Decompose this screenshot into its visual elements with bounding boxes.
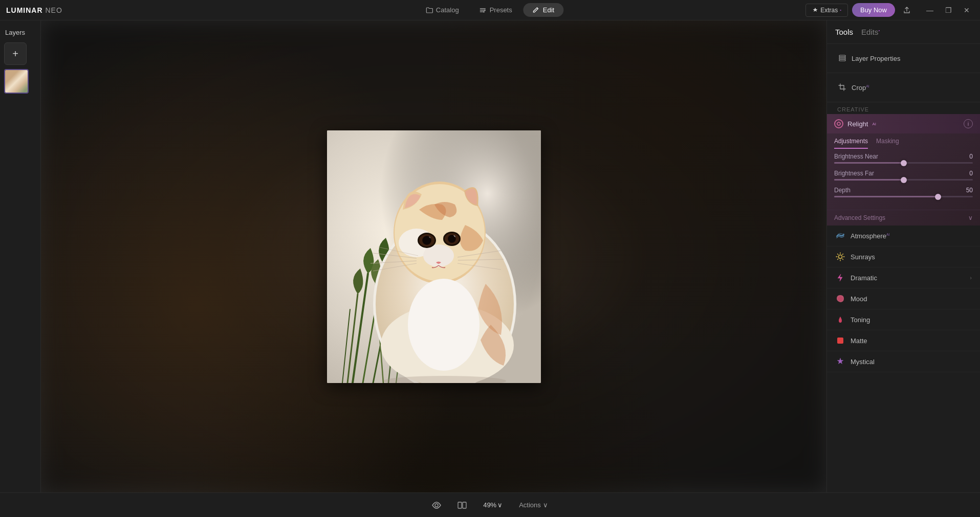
dramatic-icon (835, 273, 845, 283)
mystical-item[interactable]: Mystical (827, 351, 980, 372)
relight-header[interactable]: RelightAI i (827, 114, 980, 133)
matte-item[interactable]: Matte (827, 330, 980, 351)
logo-neo: NEO (45, 6, 62, 14)
brightness-far-fill (834, 179, 904, 181)
brightness-near-thumb[interactable] (901, 160, 907, 166)
crop-icon (837, 82, 847, 93)
share-button[interactable] (899, 5, 914, 16)
actions-label: Actions (519, 501, 541, 509)
depth-thumb[interactable] (935, 194, 941, 200)
creative-section-label: Creative (827, 102, 980, 114)
layer-properties-icon (837, 53, 847, 63)
tab-edits[interactable]: Edits• (861, 27, 880, 37)
zoom-chevron: ∨ (497, 501, 503, 509)
svg-rect-46 (458, 502, 462, 508)
svg-rect-39 (839, 59, 845, 61)
edit-icon (533, 7, 540, 14)
presets-icon (480, 7, 487, 14)
svg-point-28 (448, 235, 455, 242)
logo: LUMINAR NEO (6, 6, 62, 14)
cat-photo-svg (327, 130, 541, 383)
brightness-far-thumb[interactable] (901, 177, 907, 183)
maximize-button[interactable]: ❐ (941, 3, 955, 17)
mystical-icon (835, 356, 845, 367)
relight-tab-masking[interactable]: Masking (876, 138, 899, 149)
nav-catalog[interactable]: Catalog (417, 3, 468, 17)
relight-sun-icon (836, 121, 841, 126)
depth-label: Depth (834, 187, 851, 194)
buy-now-button[interactable]: Buy Now (852, 3, 895, 17)
brightness-near-track[interactable] (834, 162, 973, 164)
sunrays-icon (835, 252, 845, 262)
brightness-near-value: 0 (957, 153, 973, 160)
toning-label: Toning (851, 316, 870, 324)
depth-track[interactable] (834, 196, 973, 197)
view-toggle-button[interactable] (428, 499, 445, 512)
layer-properties-item[interactable]: Layer Properties (835, 49, 972, 68)
svg-point-37 (408, 279, 480, 371)
svg-point-1 (483, 11, 485, 12)
brightness-near-fill (834, 162, 904, 164)
brightness-far-slider-row: Brightness Far 0 (834, 170, 973, 181)
sunrays-item[interactable]: Sunrays (827, 246, 980, 267)
brightness-far-track[interactable] (834, 179, 973, 181)
mood-item[interactable]: Mood (827, 288, 980, 309)
matte-label: Matte (851, 337, 867, 345)
tab-tools[interactable]: Tools (835, 27, 853, 37)
svg-rect-41 (839, 55, 845, 57)
bottom-toolbar: 49% ∨ Actions ∨ (0, 492, 980, 517)
atmosphere-label: AtmosphereAI (851, 232, 890, 240)
toning-item[interactable]: Toning (827, 309, 980, 330)
close-button[interactable]: ✕ (960, 3, 974, 17)
photo-frame (327, 130, 541, 383)
advanced-settings-row[interactable]: Advanced Settings ∨ (827, 210, 980, 226)
compare-icon (458, 501, 467, 510)
crop-item[interactable]: CropAI (835, 78, 972, 97)
eye-icon (432, 501, 441, 510)
layers-title: Layers (4, 27, 36, 38)
brightness-near-label: Brightness Near (834, 153, 878, 160)
actions-button[interactable]: Actions ∨ (515, 499, 552, 511)
atmosphere-item[interactable]: AtmosphereAI (827, 226, 980, 246)
relight-tab-adjustments[interactable]: Adjustments (834, 138, 868, 149)
panel-content[interactable]: Layer Properties CropAI (827, 44, 980, 492)
crop-svg-icon (838, 83, 846, 92)
add-layer-button[interactable]: + (4, 42, 27, 65)
main-layout: Layers + (0, 20, 980, 492)
canvas-area[interactable] (41, 20, 826, 492)
compare-button[interactable] (453, 499, 471, 512)
relight-header-left: RelightAI (834, 119, 876, 128)
relight-sliders: Brightness Near 0 Brightness Far 0 (827, 149, 980, 210)
dramatic-item[interactable]: Dramatic › (827, 267, 980, 288)
sunrays-label: Sunrays (851, 253, 875, 261)
layers-icon (838, 54, 846, 62)
logo-text: LUMINAR NEO (6, 6, 62, 14)
dramatic-chevron: › (970, 275, 972, 281)
nav-edit[interactable]: Edit (524, 3, 563, 17)
relight-info-icon[interactable]: i (964, 119, 973, 128)
mood-icon (835, 294, 845, 304)
title-actions: Extras • Buy Now — ❐ ✕ (805, 3, 974, 17)
depth-slider-row: Depth 50 (834, 187, 973, 197)
relight-icon (834, 119, 843, 128)
mood-label: Mood (851, 295, 867, 303)
relight-tabs: Adjustments Masking (827, 133, 980, 149)
zoom-control[interactable]: 49% ∨ (479, 499, 507, 511)
atmosphere-icon (835, 231, 845, 241)
title-bar: LUMINAR NEO Catalog Presets Edit (0, 0, 980, 20)
right-panel: Tools Edits• Layer Properties (826, 20, 980, 492)
mystical-label: Mystical (851, 358, 875, 366)
advanced-settings-label: Advanced Settings (834, 214, 885, 221)
extras-button[interactable]: Extras • (805, 4, 848, 17)
minimize-button[interactable]: — (923, 3, 937, 17)
layer-properties-section: Layer Properties (827, 44, 980, 73)
svg-rect-47 (463, 502, 466, 508)
layer-thumbnail[interactable] (4, 69, 29, 94)
logo-luminar: LUMINAR (6, 6, 43, 14)
matte-icon (835, 335, 845, 346)
toning-icon (835, 314, 845, 325)
relight-label: Relight (847, 120, 868, 128)
crop-label: CropAI (852, 84, 869, 92)
nav-presets[interactable]: Presets (470, 3, 521, 17)
window-controls: — ❐ ✕ (923, 3, 974, 17)
